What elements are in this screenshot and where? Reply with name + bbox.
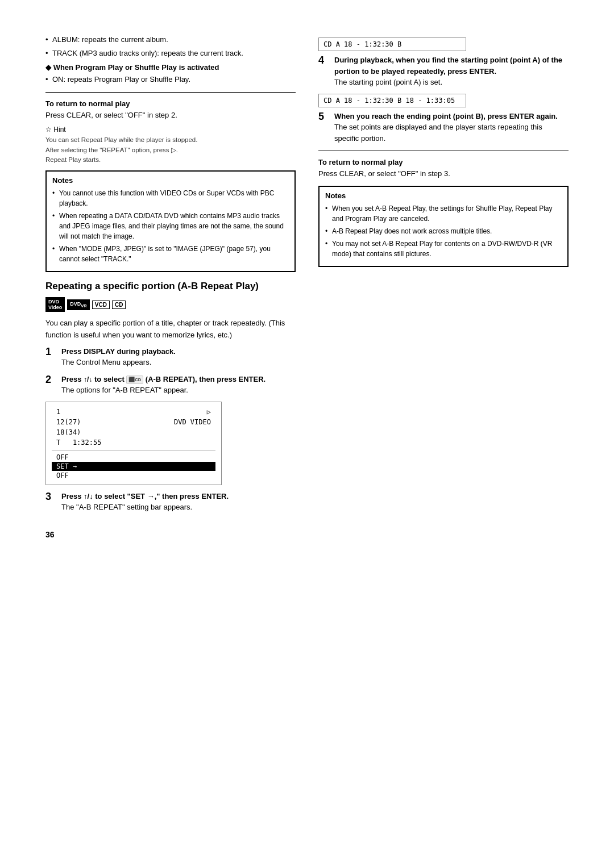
bullet-track: TRACK (MP3 audio tracks only): repeats t… bbox=[45, 48, 296, 59]
to-return-text-left: Press CLEAR, or select "OFF" in step 2. bbox=[45, 110, 296, 122]
step-1: 1 Press DISPLAY during playback. The Con… bbox=[45, 346, 296, 368]
note-left-2: When repeating a DATA CD/DATA DVD which … bbox=[52, 211, 289, 241]
program-shuffle-heading: When Program Play or Shuffle Play is act… bbox=[45, 63, 296, 72]
note-right-3: You may not set A-B Repeat Play for cont… bbox=[325, 239, 562, 259]
step-2: 2 Press ↑/↓ to select ⬛ CD (A-B REPEAT),… bbox=[45, 374, 296, 396]
step-4-content: During playback, when you find the start… bbox=[334, 55, 569, 88]
page-number: 36 bbox=[45, 530, 296, 539]
ab-repeat-icon: ⬛ CD bbox=[126, 375, 143, 385]
step-1-number: 1 bbox=[45, 346, 57, 358]
step-2-number: 2 bbox=[45, 374, 57, 386]
step-3: 3 Press ↑/↓ to select "SET →," then pres… bbox=[45, 491, 296, 513]
top-bullets: ALBUM: repeats the current album. TRACK … bbox=[45, 34, 296, 59]
note-left-1: You cannot use this function with VIDEO … bbox=[52, 188, 289, 208]
step-3-number: 3 bbox=[45, 491, 57, 503]
step-3-desc: The "A-B REPEAT" setting bar appears. bbox=[61, 503, 192, 511]
screen-a-point: CD A 18 - 1:32:30 B bbox=[318, 37, 466, 51]
step-4: 4 During playback, when you find the sta… bbox=[318, 55, 569, 88]
page-layout: ALBUM: repeats the current album. TRACK … bbox=[45, 34, 569, 539]
body-text-ab: You can play a specific portion of a tit… bbox=[45, 318, 296, 341]
notes-list-left: You cannot use this function with VIDEO … bbox=[52, 188, 289, 264]
step-3-content: Press ↑/↓ to select "SET →," then press … bbox=[61, 491, 296, 513]
option-off-1: OFF bbox=[52, 453, 215, 462]
step-2-content: Press ↑/↓ to select ⬛ CD (A-B REPEAT), t… bbox=[61, 374, 296, 396]
badge-dvdvr: DVDVR bbox=[67, 299, 89, 310]
format-badges: DVDVideo DVDVR VCD CD bbox=[45, 297, 296, 312]
step-3-bold: Press ↑/↓ to select "SET →," then press … bbox=[61, 492, 229, 500]
badge-dvdvideo: DVDVideo bbox=[45, 297, 65, 312]
step-4-bold: During playback, when you find the start… bbox=[334, 56, 562, 76]
step-5-desc: The set points are displayed and the pla… bbox=[334, 123, 542, 143]
note-right-1: When you set A-B Repeat Play, the settin… bbox=[325, 203, 562, 224]
step-1-desc: The Control Menu appears. bbox=[61, 358, 151, 366]
step-2-desc: The options for "A-B REPEAT" appear. bbox=[61, 386, 188, 394]
screen-ab-points: CD A 18 - 1:32:30 B 18 - 1:33:05 bbox=[318, 94, 466, 107]
note-right-2: A-B Repeat Play does not work across mul… bbox=[325, 226, 562, 236]
hint-heading: Hint bbox=[45, 126, 296, 133]
option-set: SET → bbox=[52, 462, 215, 471]
notes-title-left: Notes bbox=[52, 176, 289, 185]
menu-row-1: 1 ▷ bbox=[52, 407, 215, 417]
option-off-2: OFF bbox=[52, 471, 215, 480]
to-return-heading-left: To return to normal play bbox=[45, 99, 296, 108]
right-column: CD A 18 - 1:32:30 B 4 During playback, w… bbox=[318, 34, 569, 539]
screen-a-text: CD A 18 - 1:32:30 B bbox=[323, 40, 401, 48]
note-left-3: When "MODE (MP3, JPEG)" is set to "IMAGE… bbox=[52, 244, 289, 264]
screen-dvd-menu: 1 ▷ 12(27) DVD VIDEO 18(34) T 1:32:55 bbox=[45, 402, 222, 485]
screen-dvd-inner: 1 ▷ 12(27) DVD VIDEO 18(34) T 1:32:55 bbox=[52, 406, 215, 481]
bullet-on: ON: repeats Program Play or Shuffle Play… bbox=[45, 74, 296, 85]
to-return-heading-right: To return to normal play bbox=[318, 158, 569, 166]
hint-text: You can set Repeat Play while the player… bbox=[45, 135, 296, 165]
step-5-bold: When you reach the ending point (point B… bbox=[334, 112, 558, 120]
badge-vcd: VCD bbox=[92, 301, 110, 309]
step-4-number: 4 bbox=[318, 55, 330, 67]
step-5: 5 When you reach the ending point (point… bbox=[318, 111, 569, 144]
menu-row-2: 12(27) DVD VIDEO bbox=[52, 417, 215, 427]
step-2-bold: Press ↑/↓ to select ⬛ CD (A-B REPEAT), t… bbox=[61, 375, 265, 383]
notes-title-right: Notes bbox=[325, 191, 562, 200]
badge-cd: CD bbox=[112, 301, 126, 309]
bullet-album: ALBUM: repeats the current album. bbox=[45, 34, 296, 45]
program-shuffle-bullets: ON: repeats Program Play or Shuffle Play… bbox=[45, 74, 296, 85]
menu-options: OFF SET → OFF bbox=[52, 450, 215, 480]
step-1-content: Press DISPLAY during playback. The Contr… bbox=[61, 346, 296, 368]
step-1-bold: Press DISPLAY during playback. bbox=[61, 347, 176, 356]
step-5-content: When you reach the ending point (point B… bbox=[334, 111, 569, 144]
left-column: ALBUM: repeats the current album. TRACK … bbox=[45, 34, 296, 539]
divider-1 bbox=[45, 92, 296, 93]
divider-right bbox=[318, 151, 569, 151]
menu-row-3: 18(34) bbox=[52, 427, 215, 437]
notes-box-left: Notes You cannot use this function with … bbox=[45, 170, 296, 272]
menu-row-4: T 1:32:55 bbox=[52, 437, 215, 448]
screen-ab-text: CD A 18 - 1:32:30 B 18 - 1:33:05 bbox=[323, 97, 455, 105]
notes-box-right: Notes When you set A-B Repeat Play, the … bbox=[318, 186, 569, 267]
notes-list-right: When you set A-B Repeat Play, the settin… bbox=[325, 203, 562, 259]
section-title: Repeating a specific portion (A-B Repeat… bbox=[45, 280, 296, 293]
to-return-text-right: Press CLEAR, or select "OFF" in step 3. bbox=[318, 168, 569, 180]
step-5-number: 5 bbox=[318, 111, 330, 123]
step-4-desc: The starting point (point A) is set. bbox=[334, 78, 442, 86]
